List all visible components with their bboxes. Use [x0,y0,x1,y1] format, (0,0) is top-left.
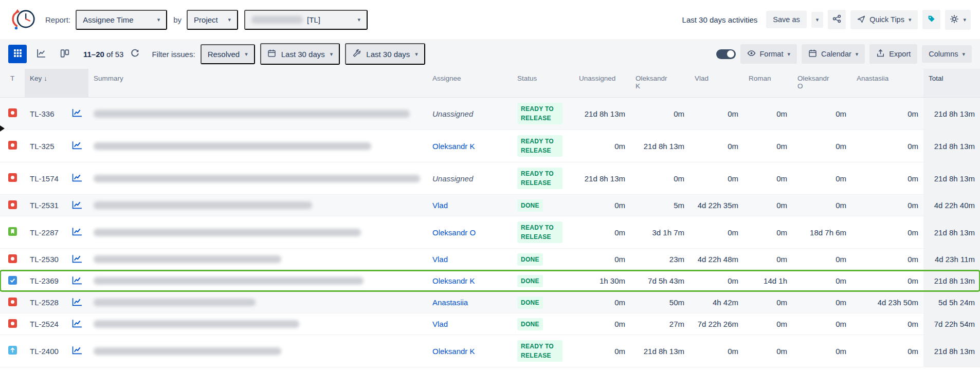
time-cell: 0m [743,162,792,194]
assignee-link[interactable]: Vlad [432,255,448,264]
assignee-link[interactable]: Oleksandr O [432,228,476,237]
save-as-dropdown-button[interactable]: ▾ [811,12,824,28]
row-chart-link[interactable] [70,249,88,270]
assignee-link[interactable]: Oleksandr K [432,276,475,285]
status-cell: DONE [512,292,574,313]
report-table: TKey↓SummaryAssigneeStatusUnassignedOlek… [0,69,980,367]
bug-icon [8,141,17,151]
time-cell: 7d 5h 43m [630,270,689,291]
view-board-button[interactable] [56,45,74,63]
assignee-link[interactable]: Vlad [432,320,448,328]
assignee-unassigned: Unassigned [432,109,473,118]
time-cell: 0m [689,98,743,129]
calendar-button[interactable]: Calendar ▾ [802,44,865,64]
total-cell: 21d 8h 13m [923,270,980,291]
save-as-label: Save as [773,15,800,24]
total-cell: 21d 8h 13m [923,216,980,248]
export-button[interactable]: Export [869,44,917,64]
table-row: TL-2400Oleksandr KREADY TO RELEASE0m21d … [0,335,980,367]
refresh-button[interactable] [129,47,141,61]
assignee-cell: Vlad [427,313,512,335]
time-cell: 0m [851,216,923,248]
time-cell: 0m [851,313,923,335]
chevron-down-icon: ▾ [415,51,418,58]
time-cell: 0m [689,270,743,291]
time-cell: 7d 22h 26m [689,313,743,335]
time-cell: 0m [743,216,792,248]
column-header-total[interactable]: Total [923,69,980,97]
row-chart-link[interactable] [70,292,88,313]
project-dropdown[interactable]: [TL] ▾ [244,10,368,30]
row-chart-link[interactable] [70,216,88,248]
estimate-dropdown[interactable]: Last 30 days ▾ [345,43,425,65]
project-name-redacted [251,16,303,24]
line-chart-icon [72,108,82,119]
column-header-unassigned[interactable]: Unassigned [574,69,630,97]
chevron-down-icon: ▾ [787,51,790,58]
period-dropdown[interactable]: Last 30 days ▾ [260,43,340,65]
assignee-link[interactable]: Anastasiia [432,298,468,307]
eye-icon [747,49,756,59]
time-cell: 0m [792,98,851,129]
issue-key: TL-2530 [25,249,70,270]
row-chart-link[interactable] [70,98,88,129]
row-chart-link[interactable] [70,195,88,216]
assignee-cell: Vlad [427,249,512,270]
tag-button[interactable] [922,10,940,29]
columns-button[interactable]: Columns ▾ [922,45,972,63]
issue-type-cell [0,292,25,313]
column-header-summary[interactable]: Summary [88,69,427,97]
column-header-assignee[interactable]: Assignee [427,69,512,97]
row-chart-link[interactable] [70,270,88,291]
report-type-dropdown[interactable]: Assignee Time ▾ [76,10,167,30]
row-chart-link[interactable] [70,130,88,162]
column-header-status[interactable]: Status [512,69,574,97]
format-button[interactable]: Format ▾ [740,44,797,64]
column-header-oleksandr-k[interactable]: OleksandrK [630,69,689,97]
grid-icon [13,49,22,59]
column-header-oleksandr-o[interactable]: OleksandrO [792,69,851,97]
summary-redacted [94,142,371,150]
report-label: Report: [45,15,70,24]
table-row: TL-2531VladDONE0m5m4d 22h 35m0m0m0m4d 22… [0,195,980,216]
line-chart-icon [72,346,82,356]
view-chart-button[interactable] [32,45,50,63]
issue-key: TL-2528 [25,292,70,313]
column-header-anastasiia[interactable]: Anastasiia [851,69,923,97]
assignee-link[interactable]: Vlad [432,201,448,210]
group-by-value: Project [194,15,218,24]
save-as-button[interactable]: Save as [766,11,806,28]
sort-descending-icon: ↓ [44,75,47,82]
status-badge: DONE [517,296,543,309]
left-edge-arrow [0,125,5,132]
summary-redacted [94,299,256,306]
calendar-label: Calendar [821,50,851,58]
row-chart-link[interactable] [70,313,88,335]
issue-type-cell [0,130,25,162]
dark-mode-toggle[interactable] [716,49,736,59]
quick-tips-button[interactable]: Quick Tips ▾ [850,10,918,29]
column-header-key[interactable]: Key↓ [25,69,88,97]
column-header-roman[interactable]: Roman [743,69,792,97]
assignee-link[interactable]: Oleksandr K [432,347,475,356]
filter-status-dropdown[interactable]: Resolved ▾ [201,44,255,64]
assignee-link[interactable]: Oleksandr K [432,142,475,151]
view-grid-button[interactable] [8,45,27,63]
row-chart-link[interactable] [70,162,88,194]
assignee-cell: Oleksandr K [427,335,512,367]
column-header-type[interactable]: T [0,69,25,97]
settings-button[interactable]: ▾ [945,10,971,30]
status-badge: READY TO RELEASE [517,135,562,157]
line-chart-icon [72,254,82,265]
total-cell: 5d 5h 24m [923,292,980,313]
chevron-down-icon: ▾ [330,51,333,58]
total-cell: 21d 8h 13m [923,335,980,367]
share-button[interactable] [828,10,846,29]
column-header-vlad[interactable]: Vlad [689,69,743,97]
issue-type-cell [0,216,25,248]
row-chart-link[interactable] [70,335,88,367]
time-cell: 0m [743,249,792,270]
issue-summary-cell [88,130,427,162]
time-cell: 0m [743,292,792,313]
group-by-dropdown[interactable]: Project ▾ [187,10,238,30]
